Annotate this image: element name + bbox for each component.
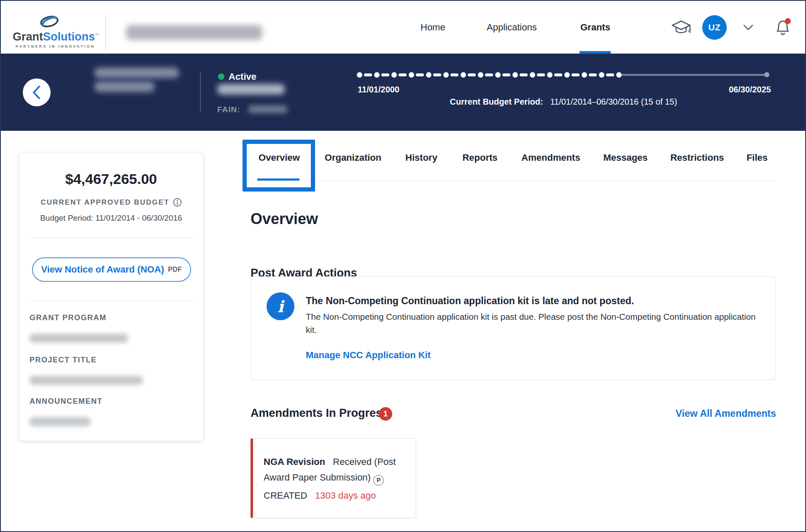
amendments-in-progress-heading: Amendments In Progress bbox=[251, 407, 388, 420]
timeline-period-dash bbox=[433, 73, 441, 76]
timeline-period-dash bbox=[502, 73, 510, 76]
approved-budget-caption: CURRENT APPROVED BUDGET bbox=[19, 198, 203, 207]
timeline-track bbox=[356, 68, 774, 81]
timeline-period-dot bbox=[616, 72, 622, 78]
approved-budget-amount: $4,467,265.00 bbox=[19, 171, 203, 187]
timeline-period-dash bbox=[589, 73, 597, 76]
tab-messages[interactable]: Messages bbox=[603, 152, 647, 163]
ncc-alert-box: i The Non-Competing Continuation applica… bbox=[251, 276, 776, 380]
view-noa-button[interactable]: View Notice of Award (NOA) PDF bbox=[32, 257, 191, 282]
timeline-period-dot bbox=[478, 72, 483, 78]
tab-files[interactable]: Files bbox=[747, 152, 768, 163]
timeline-period-dot bbox=[599, 72, 604, 78]
timeline-period-dot bbox=[512, 72, 518, 78]
redacted-grantee-name-line1 bbox=[94, 68, 179, 78]
current-budget-period: Current Budget Period: 11/01/2014–06/30/… bbox=[380, 97, 747, 107]
timeline-period-dash bbox=[450, 73, 458, 76]
user-avatar[interactable]: UZ bbox=[702, 15, 727, 40]
manage-ncc-link[interactable]: Manage NCC Application Kit bbox=[306, 350, 431, 361]
created-label: CREATED bbox=[264, 490, 307, 501]
card-divider bbox=[30, 301, 194, 301]
paper-submission-icon: P bbox=[373, 475, 384, 486]
top-bar: GrantSolutions™ PARTNERS IN INNOVATION H… bbox=[1, 1, 805, 54]
fain-label: FAIN: bbox=[217, 105, 240, 114]
tabs-divider-line bbox=[251, 181, 776, 181]
timeline-period-dash bbox=[399, 73, 407, 76]
redacted-grantee-name-line2 bbox=[94, 81, 154, 92]
tab-history[interactable]: History bbox=[405, 152, 437, 163]
avatar-initials: UZ bbox=[709, 22, 721, 32]
timeline-period-dash bbox=[520, 73, 528, 76]
info-circle-icon: i bbox=[267, 292, 294, 320]
timeline-end-date: 06/30/2025 bbox=[724, 85, 771, 95]
redacted-grant-program-value bbox=[30, 334, 128, 343]
amendment-type: NGA Revision bbox=[264, 456, 325, 467]
timeline-period-dot bbox=[530, 72, 535, 78]
timeline-period-dash bbox=[416, 73, 424, 76]
timeline-period-dash bbox=[571, 73, 580, 76]
nav-item-grants[interactable]: Grants bbox=[580, 22, 610, 33]
redacted-grant-number bbox=[217, 84, 285, 95]
logo-tagline: PARTNERS IN INNOVATION bbox=[16, 44, 95, 49]
timeline-period-dot bbox=[426, 72, 431, 78]
timeline-period-dot bbox=[582, 72, 587, 78]
timeline-period-dash bbox=[381, 73, 389, 76]
amendments-count-badge: 1 bbox=[379, 407, 392, 421]
amendment-card[interactable]: NGA Revision Received (Post Award Paper … bbox=[251, 438, 416, 518]
project-title-label: PROJECT TITLE bbox=[30, 356, 97, 365]
timeline-period-dot bbox=[391, 72, 397, 78]
tab-amendments[interactable]: Amendments bbox=[521, 152, 580, 163]
nav-item-home[interactable]: Home bbox=[421, 22, 445, 33]
timeline-period-dot bbox=[443, 72, 449, 78]
amendment-card-text: NGA Revision Received (Post Award Paper … bbox=[264, 454, 404, 503]
chevron-left-icon bbox=[32, 85, 41, 100]
overview-tab-highlight-box bbox=[243, 140, 315, 192]
logo-swirl-icon bbox=[39, 14, 59, 29]
timeline-period-dash bbox=[537, 73, 545, 76]
timeline-period-dash bbox=[468, 73, 476, 76]
budget-summary-card: $4,467,265.00 CURRENT APPROVED BUDGET Bu… bbox=[19, 153, 203, 441]
notification-bell-icon[interactable] bbox=[774, 18, 792, 37]
timeline-period-dash bbox=[364, 73, 372, 76]
nav-item-applications[interactable]: Applications bbox=[487, 22, 537, 33]
budget-period-text: Budget Period: 11/01/2014 - 06/30/2016 bbox=[19, 213, 203, 223]
status-badge: Active bbox=[229, 71, 256, 82]
page-title: Overview bbox=[251, 210, 318, 228]
timeline-period-dot bbox=[495, 72, 501, 78]
chevron-down-icon[interactable] bbox=[743, 24, 753, 30]
timeline-start-date: 11/01/2000 bbox=[358, 85, 399, 95]
timeline-period-dash bbox=[554, 73, 562, 76]
info-icon[interactable] bbox=[173, 198, 182, 207]
tab-restrictions[interactable]: Restrictions bbox=[670, 152, 724, 163]
banner-divider bbox=[200, 71, 201, 112]
timeline-remaining-track bbox=[621, 74, 767, 76]
timeline-period-dot bbox=[409, 72, 414, 78]
card-divider bbox=[30, 238, 194, 238]
timeline-period-dash bbox=[485, 73, 493, 76]
timeline-period-dot bbox=[547, 72, 553, 78]
grant-banner: Active FAIN: 11/01/2000 06/30/2025 Curre… bbox=[1, 54, 805, 131]
redacted-agency-title bbox=[126, 25, 262, 40]
tab-reports[interactable]: Reports bbox=[462, 152, 497, 163]
current-budget-period-label: Current Budget Period: bbox=[450, 97, 543, 106]
timeline-period-dot bbox=[357, 72, 362, 78]
alert-title: The Non-Competing Continuation applicati… bbox=[306, 295, 634, 307]
timeline-end-dot bbox=[764, 72, 769, 77]
timeline-period-dot bbox=[461, 72, 466, 78]
current-budget-period-value: 11/01/2014–06/30/2016 (15 of 15) bbox=[550, 97, 677, 106]
logo-wordmark: GrantSolutions™ bbox=[13, 30, 99, 43]
header-divider bbox=[105, 16, 106, 50]
notification-dot bbox=[785, 18, 791, 24]
timeline-period-dot bbox=[374, 72, 380, 78]
alert-body: The Non-Competing Continuation applicati… bbox=[306, 310, 763, 336]
view-all-amendments-link[interactable]: View All Amendments bbox=[675, 408, 776, 419]
back-button[interactable] bbox=[23, 78, 51, 106]
created-ago: 1303 days ago bbox=[315, 490, 376, 501]
redacted-project-title-value bbox=[30, 376, 143, 385]
graduation-cap-icon[interactable] bbox=[671, 19, 691, 35]
tab-organization[interactable]: Organization bbox=[325, 152, 381, 163]
announcement-label: ANNOUNCEMENT bbox=[30, 397, 102, 406]
amendment-created: CREATED 1303 days ago bbox=[264, 488, 404, 503]
active-status-dot bbox=[218, 73, 224, 80]
redacted-announcement-value bbox=[30, 417, 91, 426]
